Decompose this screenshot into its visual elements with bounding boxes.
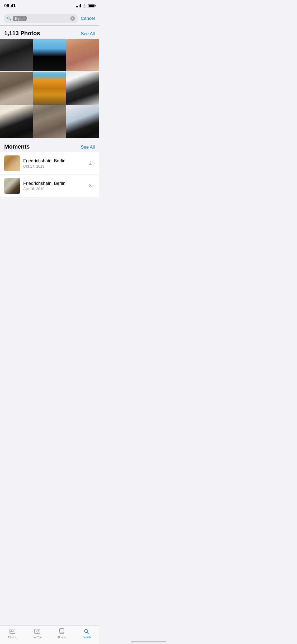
moment-count-chevron: 2 › [89,161,95,166]
search-token: Berlin [13,16,27,21]
status-time: 09:41 [4,3,16,8]
cancel-button[interactable]: Cancel [81,16,95,21]
moments-section-header: Moments See All [0,139,99,152]
signal-icon [76,4,81,7]
status-icons [76,4,95,7]
photo-cell[interactable] [0,72,33,105]
search-icon: 🔍 [7,16,11,21]
moment-thumbnail [4,155,20,171]
photo-cell[interactable] [66,39,99,72]
wifi-icon [82,4,87,7]
photo-cell[interactable] [33,39,66,72]
moment-info: Friedrichshain, Berlin Apr 16, 2019 [23,181,86,191]
search-bar-container: 🔍 Berlin ✕ Cancel [0,12,99,25]
moment-info: Friedrichshain, Berlin Oct 17, 2019 [23,158,86,168]
photos-count-title: 1,113 Photos [4,30,40,37]
moment-date: Apr 16, 2019 [23,187,86,191]
moment-item[interactable]: Friedrichshain, Berlin Apr 16, 2019 8 › [0,175,99,197]
status-bar: 09:41 [0,0,99,12]
moment-thumbnail [4,178,20,194]
photo-cell[interactable] [0,105,33,138]
photo-cell[interactable] [66,105,99,138]
moment-place: Friedrichshain, Berlin [23,181,86,186]
moment-place: Friedrichshain, Berlin [23,158,86,164]
photo-cell[interactable] [33,105,66,138]
search-clear-button[interactable]: ✕ [70,16,75,21]
photos-section-header: 1,113 Photos See All [0,26,99,39]
chevron-right-icon: › [93,183,95,188]
moment-date: Oct 17, 2019 [23,164,86,168]
chevron-right-icon: › [93,161,95,166]
photos-see-all-button[interactable]: See All [81,31,95,36]
photo-cell[interactable] [33,72,66,105]
moments-see-all-button[interactable]: See All [81,145,95,150]
photo-grid [0,39,99,138]
moments-title: Moments [4,143,30,150]
moment-count: 2 [89,161,92,166]
search-bar[interactable]: 🔍 Berlin ✕ [4,14,78,23]
moment-item[interactable]: Friedrichshain, Berlin Oct 17, 2019 2 › [0,152,99,175]
battery-icon [88,4,95,7]
photo-cell[interactable] [66,72,99,105]
moments-section: Moments See All Friedrichshain, Berlin O… [0,139,99,197]
moment-count-chevron: 8 › [89,183,95,188]
photo-cell[interactable] [0,39,33,72]
moment-count: 8 [89,183,92,188]
